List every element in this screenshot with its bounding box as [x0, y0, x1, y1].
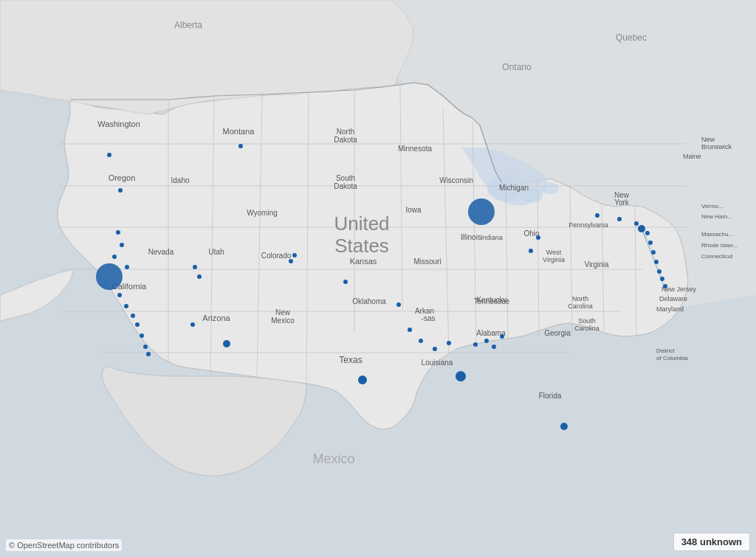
- label-illinois: Illinois: [461, 233, 481, 241]
- label-oklahoma: Oklahoma: [352, 297, 386, 305]
- label-new-brunswick2: Brunswick: [701, 143, 732, 151]
- label-missouri: Missouri: [413, 257, 441, 266]
- dot-pa1: [634, 221, 639, 226]
- label-maine: Maine: [683, 153, 701, 160]
- dot-ga1: [500, 334, 504, 339]
- label-pennsylvania: Pennsylvania: [568, 221, 608, 229]
- label-north-dakota2: Dakota: [334, 136, 357, 144]
- label-north-carolina2: Carolina: [568, 302, 593, 310]
- dot-ca4: [117, 293, 122, 297]
- dot-large-chicago: [468, 198, 495, 225]
- label-delaware: Delaware: [659, 295, 687, 302]
- dot-az2: [223, 340, 230, 347]
- dot-mt1: [238, 144, 243, 148]
- label-iowa: Iowa: [405, 206, 422, 214]
- dot-ca8: [140, 333, 144, 338]
- label-quebec: Quebec: [616, 32, 647, 43]
- dot-oh2: [536, 235, 540, 240]
- label-new-york2: York: [614, 198, 630, 207]
- label-new-mexico2: Mexico: [271, 316, 295, 325]
- label-wisconsin: Wisconsin: [439, 176, 473, 184]
- label-ontario: Ontario: [502, 62, 532, 72]
- dot-la1: [433, 347, 437, 351]
- label-washington: Washington: [97, 120, 140, 128]
- dot-la2: [447, 341, 451, 345]
- label-virginia: Virginia: [584, 260, 609, 269]
- dot-fl2: [560, 423, 568, 430]
- label-rhode-island: Rhode Islan...: [701, 242, 738, 249]
- dot-ca2: [112, 255, 117, 259]
- label-connecticut: Connecticut: [701, 253, 733, 260]
- dot-az1: [190, 322, 195, 327]
- dot-or1: [118, 188, 123, 193]
- label-utah: Utah: [208, 248, 224, 256]
- label-arkansas2: -sas: [422, 314, 436, 322]
- label-dc2: of Columbia: [656, 355, 688, 361]
- label-new-brunswick: New: [701, 136, 715, 143]
- dot-ar2: [419, 339, 423, 343]
- label-minnesota: Minnesota: [398, 145, 433, 153]
- label-tennessee: Tennessee: [474, 297, 510, 305]
- attribution: © OpenStreetMap contributors: [6, 539, 122, 551]
- map-svg: Washington Oregon Idaho California Nevad…: [0, 0, 756, 557]
- dot-ca9: [143, 345, 148, 349]
- label-alberta: Alberta: [174, 20, 202, 30]
- label-dc: District: [656, 347, 675, 354]
- dot-large-la: [96, 263, 123, 290]
- dot-ca10: [146, 352, 151, 356]
- dot-or2: [116, 230, 120, 235]
- label-arizona: Arizona: [202, 314, 230, 322]
- label-montana: Montana: [223, 127, 255, 136]
- label-north-dakota: North: [337, 128, 354, 136]
- dot-ca6: [131, 314, 135, 318]
- label-mexico: Mexico: [312, 452, 354, 466]
- label-united-states-2: States: [334, 235, 389, 257]
- dot-wa1: [107, 153, 111, 157]
- label-south-dakota2: Dakota: [334, 182, 357, 190]
- label-united-states-1: United: [334, 212, 389, 235]
- label-new-hampshire: New Ham...: [701, 213, 732, 220]
- label-nevada: Nevada: [148, 248, 174, 256]
- dot-co2: [289, 259, 293, 263]
- dot-ca7: [135, 322, 140, 327]
- unknown-badge: 348 unknown: [673, 533, 750, 551]
- label-massachusetts: Massachu...: [701, 231, 733, 238]
- label-west-virginia2: Virginia: [543, 256, 565, 263]
- dot-al3: [492, 345, 496, 349]
- dot-al1: [473, 342, 478, 347]
- dot-ca3: [125, 265, 129, 269]
- label-west-virginia: West: [546, 249, 562, 256]
- dot-ny2: [617, 217, 622, 221]
- label-texas: Texas: [339, 355, 362, 365]
- label-north-carolina: North: [572, 295, 588, 302]
- label-vermont: Vermo...: [701, 203, 724, 210]
- dot-tx1: [358, 376, 367, 384]
- label-wyoming: Wyoming: [247, 209, 278, 217]
- dot-co1: [292, 253, 297, 257]
- label-kansas: Kansas: [350, 257, 377, 266]
- dot-fl1: [456, 371, 466, 381]
- dot-ks1: [343, 280, 348, 284]
- dot-ny1: [595, 213, 599, 218]
- label-south-carolina: South: [578, 317, 596, 325]
- label-oregon: Oregon: [109, 173, 136, 182]
- label-idaho: Idaho: [171, 176, 189, 184]
- label-south-dakota: South: [336, 174, 355, 182]
- dot-ca5: [124, 304, 128, 308]
- map-container: Washington Oregon Idaho California Nevad…: [0, 0, 756, 557]
- label-indiana: Indiana: [481, 234, 503, 241]
- dot-ok1: [396, 302, 401, 307]
- label-michigan: Michigan: [499, 184, 529, 192]
- label-florida: Florida: [539, 392, 562, 400]
- label-georgia: Georgia: [544, 329, 571, 337]
- dot-oh1: [529, 249, 533, 253]
- label-new-mexico: New: [275, 308, 291, 316]
- dot-al2: [484, 339, 489, 343]
- label-louisiana: Louisiana: [422, 359, 453, 367]
- dot-nv1: [197, 274, 202, 279]
- label-colorado: Colorado: [261, 252, 292, 260]
- label-maryland: Maryland: [656, 305, 684, 313]
- dot-ca1: [120, 243, 124, 247]
- dot-ar1: [408, 328, 412, 332]
- label-south-carolina2: Carolina: [574, 325, 599, 332]
